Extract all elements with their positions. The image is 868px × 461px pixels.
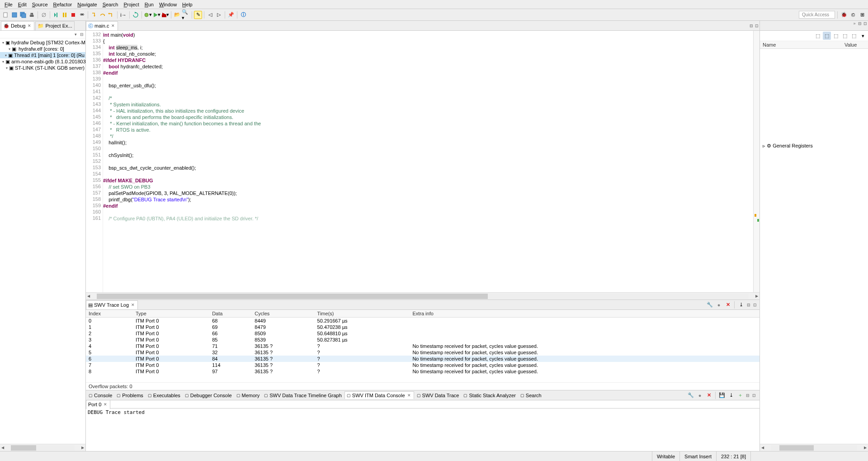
code-line[interactable]: // set SWO on PB3 [103, 184, 753, 190]
reg-btn1[interactable]: ⬚ [814, 32, 822, 40]
console-config-button[interactable]: 🔧 [687, 391, 695, 399]
reg-btn4[interactable]: ⬚ [841, 32, 849, 40]
code-line[interactable] [103, 171, 753, 177]
trace-row[interactable]: 0ITM Port 068844950.291667 µs [86, 318, 760, 324]
menu-edit[interactable]: Edit [15, 1, 29, 8]
register-row[interactable]: ▹ ⚙ General Registers [760, 49, 868, 243]
console-tab-swv-data-trace[interactable]: ▢SWV Data Trace [415, 392, 461, 399]
code-line[interactable]: bsp_enter_usb_dfu(); [103, 82, 753, 89]
code-line[interactable]: int main(void) [103, 32, 753, 38]
menu-window[interactable]: Window [156, 1, 179, 8]
console-port-tab[interactable]: Port 0 ✕ [86, 400, 110, 409]
code-line[interactable]: int sleep_ms, i; [103, 44, 753, 51]
trace-config-button[interactable]: 🔧 [706, 301, 714, 309]
tree-item[interactable]: ▾▣arm-none-eabi-gdb (8.1.0.2018031 [0, 58, 85, 65]
code-line[interactable]: * - HAL initialization, this also initia… [103, 108, 753, 114]
close-icon[interactable]: ✕ [406, 393, 412, 398]
trace-row[interactable]: 8ITM Port 09736135 ??No timestamp receiv… [86, 368, 760, 375]
menu-search[interactable]: Search [100, 1, 121, 8]
debug-view-menu-icon[interactable]: ▾ [73, 32, 78, 37]
tree-item[interactable]: ▾▣Thread #1 [main] 1 [core: 0] (Ru [0, 52, 85, 58]
reg-menu[interactable]: ▾ [859, 32, 867, 40]
trace-row[interactable]: 7ITM Port 011436135 ??No timestamp recei… [86, 362, 760, 368]
code-line[interactable]: int local_nb_console; [103, 51, 753, 57]
col-data[interactable]: Data [209, 310, 252, 318]
code-line[interactable]: { [103, 38, 753, 44]
console-add-button[interactable]: ＋ [736, 391, 744, 399]
expand-icon[interactable]: ▹ [763, 143, 765, 148]
col-value[interactable]: Value [842, 41, 868, 49]
trace-row[interactable]: 1ITM Port 069847950.470238 µs [86, 324, 760, 330]
expand-icon[interactable]: ▾ [2, 60, 4, 64]
editor-body[interactable]: 1321331341351361371381391401411421431441… [86, 31, 760, 292]
trace-row[interactable]: 3ITM Port 085853950.827381 µs [86, 337, 760, 343]
pin-button[interactable]: 📌 [227, 11, 235, 19]
minimize-icon[interactable]: ⊟ [749, 23, 754, 29]
step-into-button[interactable] [90, 11, 98, 19]
editor-tab-main[interactable]: ⓒ main.c ✕ [86, 21, 118, 30]
trace-record-button[interactable]: ● [715, 301, 723, 309]
console-record-button[interactable]: ● [696, 391, 704, 399]
perspective-open-button[interactable]: ⊞ [858, 11, 866, 19]
trace-row[interactable]: 5ITM Port 03236135 ??No timestamp receiv… [86, 349, 760, 356]
code-line[interactable]: * RTOS is active. [103, 127, 753, 133]
nav-fwd-button[interactable]: ▷ [215, 11, 223, 19]
code-line[interactable]: halInit(); [103, 139, 753, 146]
console-tab-debugger-console[interactable]: ▢Debugger Console [183, 392, 234, 399]
close-icon[interactable]: ✕ [130, 302, 136, 308]
console-save-button[interactable]: 💾 [718, 391, 726, 399]
terminate-button[interactable] [69, 11, 77, 19]
code-line[interactable]: bool hydranfc_detected; [103, 63, 753, 70]
overview-ruler[interactable] [753, 31, 760, 292]
save-all-button[interactable] [19, 11, 27, 19]
trace-scroll-button[interactable]: ⤓ [737, 301, 745, 309]
menu-source[interactable]: Source [29, 1, 51, 8]
code-area[interactable]: int main(void){ int sleep_ms, i; int loc… [103, 31, 753, 292]
col-index[interactable]: Index [86, 310, 133, 318]
nav-back-button[interactable]: ◁ [206, 11, 214, 19]
suspend-button[interactable] [61, 11, 69, 19]
code-line[interactable]: palSetPadMode(GPIOB, 3, PAL_MODE_ALTERNA… [103, 190, 753, 196]
reg-btn2[interactable]: ⬚ [823, 32, 831, 40]
minimize-icon[interactable]: ⊟ [857, 21, 863, 26]
registers-table[interactable]: Name Value ▹ ⚙ General Registers [760, 41, 868, 242]
menu-file[interactable]: File [2, 1, 15, 8]
trace-clear-button[interactable]: ✕ [724, 301, 732, 309]
disconnect-button[interactable]: ⚮ [78, 11, 86, 19]
console-scroll-button[interactable]: ⤓ [727, 391, 735, 399]
trace-table[interactable]: IndexTypeDataCyclesTime(s)Extra info0ITM… [86, 310, 760, 382]
debug-tree[interactable]: ▾▣hydrafw Debug [STM32 Cortex-M C/C▾▣hyd… [0, 38, 85, 444]
tree-item[interactable]: ▾▣ST-LINK (ST-LINK GDB server) [0, 65, 85, 71]
expand-icon[interactable]: ▾ [5, 53, 7, 57]
menu-run[interactable]: Run [142, 1, 156, 8]
code-line[interactable]: * - Kernel initialization, the main() fu… [103, 120, 753, 127]
console-output[interactable]: DEBUG Trace started [86, 409, 760, 451]
reg-btn5[interactable]: ⬚ [850, 32, 858, 40]
code-line[interactable]: #endif [103, 203, 753, 209]
code-line[interactable]: bsp_scs_dwt_cycle_counter_enabled(); [103, 165, 753, 171]
view-menu-icon[interactable]: » [852, 21, 857, 26]
debug-hscroll[interactable]: ◀▶ [0, 444, 85, 451]
code-line[interactable]: chSysInit(); [103, 152, 753, 158]
console-tab-static-stack-analyzer[interactable]: ▢Static Stack Analyzer [462, 392, 517, 399]
toggle-mark-button[interactable]: ✎ [194, 11, 202, 19]
save-button[interactable] [10, 11, 19, 19]
perspective-c-button[interactable]: © [849, 11, 857, 19]
console-tab-memory[interactable]: ▢Memory [235, 392, 262, 399]
external-tool-button[interactable]: ▾ [161, 11, 169, 19]
code-line[interactable]: * System initializations. [103, 101, 753, 108]
col-extrainfo[interactable]: Extra info [410, 310, 760, 318]
trace-row[interactable]: 6ITM Port 08436135 ??No timestamp receiv… [86, 356, 760, 362]
expand-icon[interactable]: ▾ [2, 41, 4, 45]
code-line[interactable] [103, 209, 753, 215]
code-line[interactable] [103, 89, 753, 95]
console-tab-swv-data-trace-timeline-graph[interactable]: ▢SWV Data Trace Timeline Graph [262, 392, 344, 399]
code-line[interactable]: #endif [103, 70, 753, 76]
code-line[interactable]: */ [103, 133, 753, 139]
menu-refactor[interactable]: Refactor [51, 1, 75, 8]
tree-item[interactable]: ▾▣hydrafw.elf [cores: 0] [0, 46, 85, 52]
close-icon[interactable]: ✕ [110, 23, 116, 29]
expand-icon[interactable]: ▾ [9, 47, 10, 51]
open-type-button[interactable]: 📂 [173, 11, 181, 19]
console-tab-console[interactable]: ▢Console [87, 392, 114, 399]
